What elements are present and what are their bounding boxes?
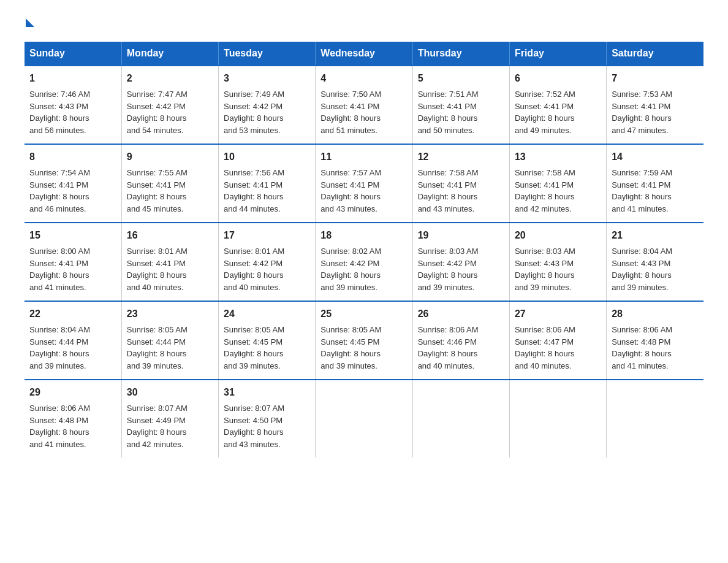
calendar-cell: 4 Sunrise: 7:50 AMSunset: 4:41 PMDayligh… (316, 66, 412, 144)
calendar-cell: 12 Sunrise: 7:58 AMSunset: 4:41 PMDaylig… (412, 144, 509, 223)
day-info: Sunrise: 8:02 AMSunset: 4:42 PMDaylight:… (320, 247, 381, 292)
day-info: Sunrise: 8:04 AMSunset: 4:44 PMDaylight:… (29, 325, 90, 370)
day-number: 17 (224, 228, 310, 243)
day-number: 20 (515, 228, 601, 243)
day-info: Sunrise: 7:52 AMSunset: 4:41 PMDaylight:… (515, 90, 575, 135)
calendar-week-row: 8 Sunrise: 7:54 AMSunset: 4:41 PMDayligh… (25, 144, 703, 223)
calendar-cell: 8 Sunrise: 7:54 AMSunset: 4:41 PMDayligh… (25, 144, 121, 223)
day-number: 15 (29, 228, 116, 243)
calendar-cell: 9 Sunrise: 7:55 AMSunset: 4:41 PMDayligh… (121, 144, 218, 223)
calendar-cell: 27 Sunrise: 8:06 AMSunset: 4:47 PMDaylig… (509, 301, 606, 380)
day-number: 7 (612, 71, 699, 86)
day-info: Sunrise: 7:58 AMSunset: 4:41 PMDaylight:… (515, 168, 575, 213)
day-number: 16 (127, 228, 213, 243)
day-number: 13 (515, 150, 601, 164)
header-tuesday: Tuesday (219, 42, 316, 66)
day-number: 29 (29, 385, 116, 400)
day-info: Sunrise: 8:07 AMSunset: 4:50 PMDaylight:… (224, 404, 284, 449)
calendar-week-row: 15 Sunrise: 8:00 AMSunset: 4:41 PMDaylig… (25, 223, 703, 301)
day-number: 10 (224, 150, 310, 164)
day-info: Sunrise: 7:56 AMSunset: 4:41 PMDaylight:… (224, 168, 284, 213)
weekday-header-row: Sunday Monday Tuesday Wednesday Thursday… (25, 42, 703, 66)
day-number: 6 (515, 71, 601, 86)
calendar-cell: 26 Sunrise: 8:06 AMSunset: 4:46 PMDaylig… (412, 301, 509, 380)
day-number: 24 (224, 307, 310, 321)
header-saturday: Saturday (607, 42, 703, 66)
day-info: Sunrise: 7:49 AMSunset: 4:42 PMDaylight:… (224, 90, 284, 135)
day-info: Sunrise: 7:54 AMSunset: 4:41 PMDaylight:… (29, 168, 90, 213)
day-info: Sunrise: 8:01 AMSunset: 4:41 PMDaylight:… (127, 247, 188, 292)
calendar-week-row: 29 Sunrise: 8:06 AMSunset: 4:48 PMDaylig… (25, 380, 703, 458)
day-info: Sunrise: 8:06 AMSunset: 4:48 PMDaylight:… (612, 325, 672, 370)
day-number: 28 (612, 307, 699, 321)
day-info: Sunrise: 8:05 AMSunset: 4:45 PMDaylight:… (224, 325, 284, 370)
calendar-cell: 1 Sunrise: 7:46 AMSunset: 4:43 PMDayligh… (25, 66, 121, 144)
day-number: 26 (418, 307, 504, 321)
logo (25, 18, 34, 29)
header-thursday: Thursday (412, 42, 509, 66)
day-info: Sunrise: 8:05 AMSunset: 4:45 PMDaylight:… (320, 325, 381, 370)
day-number: 21 (612, 228, 699, 243)
day-number: 1 (29, 71, 116, 86)
day-number: 2 (127, 71, 213, 86)
day-number: 31 (224, 385, 310, 400)
calendar-cell: 10 Sunrise: 7:56 AMSunset: 4:41 PMDaylig… (219, 144, 316, 223)
calendar-table: Sunday Monday Tuesday Wednesday Thursday… (25, 42, 703, 458)
calendar-cell: 29 Sunrise: 8:06 AMSunset: 4:48 PMDaylig… (25, 380, 121, 458)
day-info: Sunrise: 8:00 AMSunset: 4:41 PMDaylight:… (29, 247, 90, 292)
day-info: Sunrise: 7:59 AMSunset: 4:41 PMDaylight:… (612, 168, 672, 213)
day-info: Sunrise: 7:53 AMSunset: 4:41 PMDaylight:… (612, 90, 672, 135)
day-number: 25 (320, 307, 407, 321)
calendar-cell: 24 Sunrise: 8:05 AMSunset: 4:45 PMDaylig… (219, 301, 316, 380)
calendar-cell: 21 Sunrise: 8:04 AMSunset: 4:43 PMDaylig… (607, 223, 703, 301)
day-info: Sunrise: 8:04 AMSunset: 4:43 PMDaylight:… (612, 247, 672, 292)
day-info: Sunrise: 8:03 AMSunset: 4:42 PMDaylight:… (418, 247, 479, 292)
calendar-cell: 15 Sunrise: 8:00 AMSunset: 4:41 PMDaylig… (25, 223, 121, 301)
calendar-cell: 7 Sunrise: 7:53 AMSunset: 4:41 PMDayligh… (607, 66, 703, 144)
day-number: 19 (418, 228, 504, 243)
logo-blue-box (25, 18, 34, 29)
day-info: Sunrise: 8:07 AMSunset: 4:49 PMDaylight:… (127, 404, 188, 449)
calendar-cell: 11 Sunrise: 7:57 AMSunset: 4:41 PMDaylig… (316, 144, 412, 223)
day-number: 22 (29, 307, 116, 321)
day-info: Sunrise: 7:58 AMSunset: 4:41 PMDaylight:… (418, 168, 479, 213)
header-sunday: Sunday (25, 42, 121, 66)
day-info: Sunrise: 7:50 AMSunset: 4:41 PMDaylight:… (320, 90, 381, 135)
calendar-cell: 13 Sunrise: 7:58 AMSunset: 4:41 PMDaylig… (509, 144, 606, 223)
calendar-cell: 20 Sunrise: 8:03 AMSunset: 4:43 PMDaylig… (509, 223, 606, 301)
day-number: 9 (127, 150, 213, 164)
calendar-cell (412, 380, 509, 458)
calendar-cell: 5 Sunrise: 7:51 AMSunset: 4:41 PMDayligh… (412, 66, 509, 144)
calendar-cell: 18 Sunrise: 8:02 AMSunset: 4:42 PMDaylig… (316, 223, 412, 301)
calendar-cell: 30 Sunrise: 8:07 AMSunset: 4:49 PMDaylig… (121, 380, 218, 458)
day-info: Sunrise: 7:57 AMSunset: 4:41 PMDaylight:… (320, 168, 381, 213)
day-info: Sunrise: 8:06 AMSunset: 4:47 PMDaylight:… (515, 325, 575, 370)
day-info: Sunrise: 7:46 AMSunset: 4:43 PMDaylight:… (29, 90, 90, 135)
calendar-cell: 31 Sunrise: 8:07 AMSunset: 4:50 PMDaylig… (219, 380, 316, 458)
header-wednesday: Wednesday (316, 42, 412, 66)
day-number: 18 (320, 228, 407, 243)
day-number: 8 (29, 150, 116, 164)
calendar-cell: 23 Sunrise: 8:05 AMSunset: 4:44 PMDaylig… (121, 301, 218, 380)
calendar-cell: 25 Sunrise: 8:05 AMSunset: 4:45 PMDaylig… (316, 301, 412, 380)
calendar-cell (316, 380, 412, 458)
day-info: Sunrise: 7:47 AMSunset: 4:42 PMDaylight:… (127, 90, 188, 135)
day-number: 5 (418, 71, 504, 86)
calendar-cell: 28 Sunrise: 8:06 AMSunset: 4:48 PMDaylig… (607, 301, 703, 380)
calendar-cell: 16 Sunrise: 8:01 AMSunset: 4:41 PMDaylig… (121, 223, 218, 301)
day-info: Sunrise: 8:05 AMSunset: 4:44 PMDaylight:… (127, 325, 188, 370)
day-number: 3 (224, 71, 310, 86)
logo-triangle-icon (26, 18, 34, 27)
day-number: 27 (515, 307, 601, 321)
calendar-week-row: 1 Sunrise: 7:46 AMSunset: 4:43 PMDayligh… (25, 66, 703, 144)
header-monday: Monday (121, 42, 218, 66)
day-info: Sunrise: 7:55 AMSunset: 4:41 PMDaylight:… (127, 168, 188, 213)
calendar-cell: 17 Sunrise: 8:01 AMSunset: 4:42 PMDaylig… (219, 223, 316, 301)
day-number: 11 (320, 150, 407, 164)
day-number: 30 (127, 385, 213, 400)
calendar-cell (509, 380, 606, 458)
day-info: Sunrise: 7:51 AMSunset: 4:41 PMDaylight:… (418, 90, 479, 135)
day-number: 12 (418, 150, 504, 164)
day-info: Sunrise: 8:06 AMSunset: 4:48 PMDaylight:… (29, 404, 90, 449)
calendar-cell: 22 Sunrise: 8:04 AMSunset: 4:44 PMDaylig… (25, 301, 121, 380)
